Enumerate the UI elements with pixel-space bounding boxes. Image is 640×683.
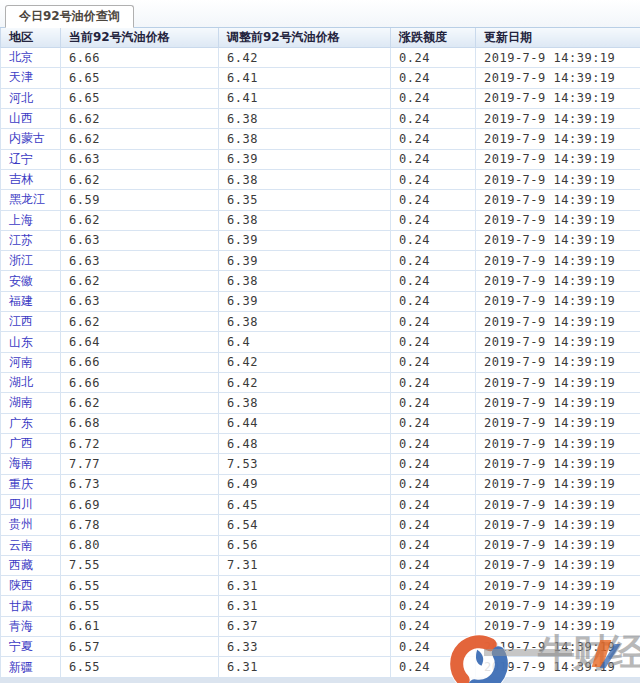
cell-region: 甘肃 <box>1 596 61 616</box>
cell-change: 0.24 <box>391 129 476 149</box>
cell-current: 6.62 <box>61 312 219 332</box>
cell-current: 6.66 <box>61 373 219 393</box>
oil-price-table: 地区 当前92号汽油价格 调整前92号汽油价格 涨跌额度 更新日期 北京6.66… <box>0 28 640 678</box>
table-row: 山东6.646.40.242019-7-9 14:39:19 <box>1 332 640 352</box>
cell-previous: 6.39 <box>219 230 391 250</box>
table-row: 江西6.626.380.242019-7-9 14:39:19 <box>1 312 640 332</box>
region-link[interactable]: 福建 <box>9 294 33 308</box>
region-link[interactable]: 新疆 <box>9 660 33 674</box>
cell-current: 6.62 <box>61 271 219 291</box>
cell-previous: 7.31 <box>219 555 391 575</box>
cell-region: 宁夏 <box>1 637 61 657</box>
table-row: 甘肃6.556.310.242019-7-9 14:39:19 <box>1 596 640 616</box>
column-header-updated: 更新日期 <box>476 28 640 48</box>
table-row: 浙江6.636.390.242019-7-9 14:39:19 <box>1 251 640 271</box>
cell-region: 西藏 <box>1 555 61 575</box>
cell-previous: 6.49 <box>219 474 391 494</box>
region-link[interactable]: 江西 <box>9 314 33 328</box>
cell-previous: 6.56 <box>219 535 391 555</box>
cell-previous: 6.48 <box>219 433 391 453</box>
region-link[interactable]: 北京 <box>9 50 33 64</box>
cell-updated: 2019-7-9 14:39:19 <box>476 271 640 291</box>
table-row: 广西6.726.480.242019-7-9 14:39:19 <box>1 433 640 453</box>
oil-price-widget: 今日92号油价查询 地区 当前92号汽油价格 调整前92号汽油价格 涨跌额度 更… <box>0 0 640 683</box>
region-link[interactable]: 宁夏 <box>9 639 33 653</box>
cell-updated: 2019-7-9 14:39:19 <box>476 373 640 393</box>
cell-previous: 6.38 <box>219 210 391 230</box>
cell-region: 吉林 <box>1 169 61 189</box>
cell-change: 0.24 <box>391 169 476 189</box>
cell-updated: 2019-7-9 14:39:19 <box>476 332 640 352</box>
cell-region: 内蒙古 <box>1 129 61 149</box>
column-header-region: 地区 <box>1 28 61 48</box>
region-link[interactable]: 浙江 <box>9 253 33 267</box>
cell-previous: 6.41 <box>219 68 391 88</box>
cell-previous: 6.38 <box>219 271 391 291</box>
region-link[interactable]: 黑龙江 <box>9 192 45 206</box>
cell-change: 0.24 <box>391 616 476 636</box>
cell-updated: 2019-7-9 14:39:19 <box>476 657 640 677</box>
cell-current: 6.63 <box>61 230 219 250</box>
table-row: 重庆6.736.490.242019-7-9 14:39:19 <box>1 474 640 494</box>
region-link[interactable]: 广西 <box>9 436 33 450</box>
cell-previous: 6.42 <box>219 352 391 372</box>
cell-updated: 2019-7-9 14:39:19 <box>476 312 640 332</box>
cell-previous: 6.38 <box>219 312 391 332</box>
region-link[interactable]: 河南 <box>9 355 33 369</box>
region-link[interactable]: 重庆 <box>9 477 33 491</box>
region-link[interactable]: 河北 <box>9 91 33 105</box>
cell-region: 河北 <box>1 88 61 108</box>
region-link[interactable]: 安徽 <box>9 274 33 288</box>
table-row: 辽宁6.636.390.242019-7-9 14:39:19 <box>1 149 640 169</box>
cell-current: 6.65 <box>61 68 219 88</box>
cell-updated: 2019-7-9 14:39:19 <box>476 515 640 535</box>
region-link[interactable]: 甘肃 <box>9 599 33 613</box>
cell-current: 6.59 <box>61 190 219 210</box>
region-link[interactable]: 天津 <box>9 70 33 84</box>
cell-current: 6.73 <box>61 474 219 494</box>
region-link[interactable]: 四川 <box>9 497 33 511</box>
cell-previous: 6.33 <box>219 637 391 657</box>
cell-current: 6.61 <box>61 616 219 636</box>
region-link[interactable]: 云南 <box>9 538 33 552</box>
bottom-filler <box>0 678 640 683</box>
region-link[interactable]: 湖南 <box>9 395 33 409</box>
cell-region: 新疆 <box>1 657 61 677</box>
cell-updated: 2019-7-9 14:39:19 <box>476 576 640 596</box>
column-header-current: 当前92号汽油价格 <box>61 28 219 48</box>
region-link[interactable]: 广东 <box>9 416 33 430</box>
tab-today-92-oil-price[interactable]: 今日92号油价查询 <box>5 5 134 28</box>
region-link[interactable]: 吉林 <box>9 172 33 186</box>
cell-updated: 2019-7-9 14:39:19 <box>476 494 640 514</box>
table-row: 上海6.626.380.242019-7-9 14:39:19 <box>1 210 640 230</box>
cell-region: 安徽 <box>1 271 61 291</box>
cell-previous: 6.39 <box>219 251 391 271</box>
cell-change: 0.24 <box>391 454 476 474</box>
region-link[interactable]: 山东 <box>9 335 33 349</box>
cell-updated: 2019-7-9 14:39:19 <box>476 88 640 108</box>
region-link[interactable]: 陕西 <box>9 578 33 592</box>
region-link[interactable]: 辽宁 <box>9 152 33 166</box>
region-link[interactable]: 青海 <box>9 619 33 633</box>
cell-current: 6.72 <box>61 433 219 453</box>
region-link[interactable]: 江苏 <box>9 233 33 247</box>
cell-change: 0.24 <box>391 230 476 250</box>
cell-updated: 2019-7-9 14:39:19 <box>476 616 640 636</box>
cell-region: 山西 <box>1 108 61 128</box>
cell-region: 上海 <box>1 210 61 230</box>
cell-region: 广东 <box>1 413 61 433</box>
region-link[interactable]: 海南 <box>9 456 33 470</box>
region-link[interactable]: 内蒙古 <box>9 131 45 145</box>
cell-region: 天津 <box>1 68 61 88</box>
cell-current: 6.55 <box>61 657 219 677</box>
region-link[interactable]: 西藏 <box>9 558 33 572</box>
cell-previous: 6.38 <box>219 169 391 189</box>
table-row: 江苏6.636.390.242019-7-9 14:39:19 <box>1 230 640 250</box>
region-link[interactable]: 湖北 <box>9 375 33 389</box>
region-link[interactable]: 上海 <box>9 213 33 227</box>
cell-updated: 2019-7-9 14:39:19 <box>476 68 640 88</box>
region-link[interactable]: 山西 <box>9 111 33 125</box>
cell-current: 6.64 <box>61 332 219 352</box>
table-row: 青海6.616.370.242019-7-9 14:39:19 <box>1 616 640 636</box>
region-link[interactable]: 贵州 <box>9 517 33 531</box>
